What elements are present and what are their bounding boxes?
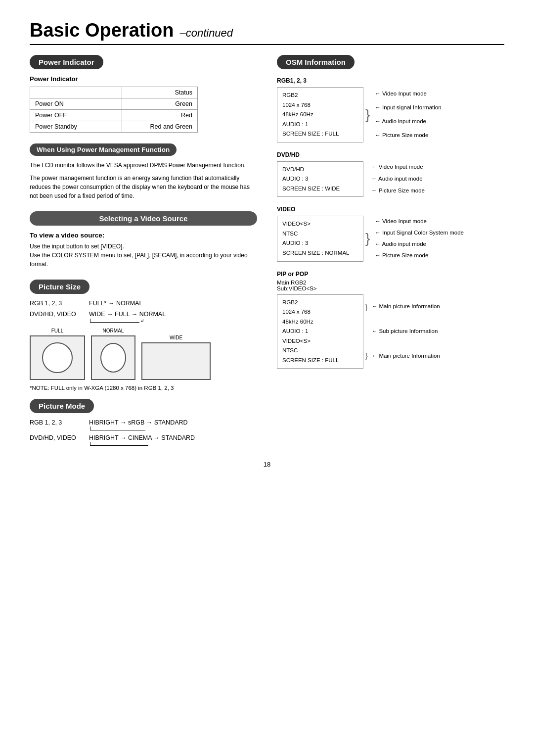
picture-mode-rgb-label: RGB 1, 2, 3 (30, 419, 89, 426)
osm-video-title: VIDEO (277, 206, 504, 213)
osm-dvdhd-arrows: ← Video Input mode← Audio input mode← Pi… (363, 161, 425, 197)
video-source-line1: Use the input button to set [VIDEO]. (30, 242, 257, 251)
picture-size-dvd-arrows: WIDE → FULL → NORMAL (89, 311, 166, 318)
pip-main-label: Main:RGB2 (277, 280, 504, 285)
picture-size-section: Picture Size RGB 1, 2, 3 FULL* ↔ NORMAL … (30, 280, 257, 391)
osm-rgb123-bracket: } (363, 108, 372, 122)
diagram-normal-label: NORMAL (103, 328, 124, 333)
osm-rgb123-arrows: ← Video Input mode← Input signal Informa… (372, 87, 441, 142)
osm-dvdhd-section: DVD/HD DVD/HDAUDIO : 3SCREEN SIZE : WIDE… (277, 151, 504, 197)
power-indicator-table: Status Power ONGreenPower OFFRedPower St… (30, 87, 198, 133)
picture-size-note: *NOTE: FULL only in W-XGA (1280 x 768) i… (30, 385, 257, 391)
table-row: Power StandbyRed and Green (30, 121, 198, 133)
power-management-section: When Using Power Management Function The… (30, 143, 257, 200)
osm-rgb123-box: RGB21024 x 76848kHz 60HzAUDIO : 1SCREEN … (277, 87, 363, 142)
picture-size-header: Picture Size (30, 280, 89, 294)
power-indicator-subheading: Power Indicator (30, 75, 257, 83)
osm-dvdhd-title: DVD/HD (277, 151, 504, 158)
table-row: Power OFFRed (30, 110, 198, 121)
picture-mode-header: Picture Mode (30, 399, 94, 413)
picture-mode-section: Picture Mode RGB 1, 2, 3 HIBRIGHT → sRGB… (30, 399, 257, 446)
picture-mode-dvd-text: HIBRIGHT → CINEMA → STANDARD (89, 434, 195, 441)
power-management-header: When Using Power Management Function (30, 143, 177, 156)
picture-size-rgb-arrows: FULL* ↔ NORMAL (89, 300, 142, 307)
video-source-subheading: To view a video source: (30, 232, 257, 239)
osm-video-box: VIDEO<S>NTSCAUDIO : 3SCREEN SIZE : NORMA… (277, 216, 363, 261)
pip-bracket-top: } (365, 303, 368, 311)
osm-video-section: VIDEO VIDEO<S>NTSCAUDIO : 3SCREEN SIZE :… (277, 206, 504, 261)
osm-pip-arrows: ← Main picture Information← Sub picture … (370, 294, 440, 369)
osm-header: OSM Information (277, 55, 355, 69)
picture-size-dvd-label: DVD/HD, VIDEO (30, 311, 89, 318)
diagram-wide: WIDE (141, 335, 211, 380)
return-line: ↲ (90, 318, 166, 323)
picture-size-rgb-label: RGB 1, 2, 3 (30, 300, 89, 307)
page-number: 18 (30, 461, 504, 468)
diagram-wide-label: WIDE (170, 335, 182, 340)
page-title: Basic Operation –continued (30, 20, 504, 45)
osm-pip-box: RGB21024 x 76848kHz 60HzAUDIO : 1VIDEO<S… (277, 294, 363, 369)
table-row: Power ONGreen (30, 98, 198, 110)
osm-rgb123-title: RGB1, 2, 3 (277, 77, 504, 84)
selecting-video-section: Selecting a Video Source To view a video… (30, 211, 257, 269)
diagram-full-label: FULL (51, 328, 63, 333)
osm-video-arrows: ← Video Input mode← Input Signal Color S… (372, 216, 464, 261)
osm-dvdhd-box: DVD/HDAUDIO : 3SCREEN SIZE : WIDE (277, 161, 363, 197)
osm-rgb123-section: RGB1, 2, 3 RGB21024 x 76848kHz 60HzAUDIO… (277, 77, 504, 142)
pip-sub-label: Sub:VIDEO<S> (277, 285, 504, 291)
diagram-full: FULL (30, 328, 85, 380)
power-indicator-section: Power Indicator Power Indicator Status P… (30, 55, 257, 133)
osm-pip-title: PIP or POP (277, 271, 504, 278)
pip-bracket-bottom: } (365, 352, 368, 360)
osm-pip-section: PIP or POP Main:RGB2 Sub:VIDEO<S> RGB210… (277, 271, 504, 369)
picture-size-diagrams: FULL NORMAL WIDE (30, 328, 257, 380)
diagram-normal: NORMAL (91, 328, 135, 380)
table-header-status: Status (122, 87, 198, 98)
osm-video-bracket: } (363, 232, 372, 245)
selecting-video-header: Selecting a Video Source (30, 211, 257, 226)
picture-mode-dvd-label: DVD/HD, VIDEO (30, 434, 89, 441)
power-management-para1: The LCD monitor follows the VESA approve… (30, 161, 257, 170)
power-management-para2: The power management function is an ener… (30, 174, 257, 200)
picture-mode-rgb-text: HIBRIGHT → sRGB → STANDARD (89, 419, 188, 426)
video-source-line2: Use the COLOR SYSTEM menu to set, [PAL],… (30, 251, 257, 269)
power-indicator-header: Power Indicator (30, 55, 103, 69)
